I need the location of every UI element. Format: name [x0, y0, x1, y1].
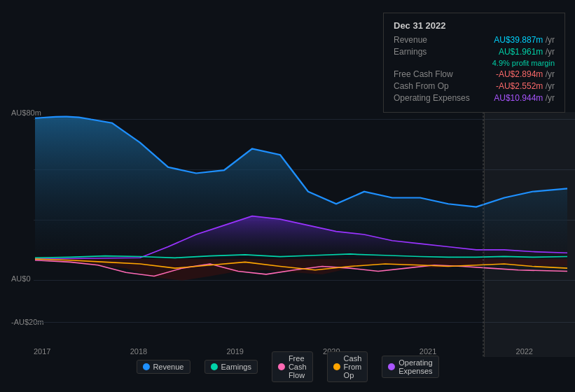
cfo-dot — [333, 363, 340, 370]
chart-legend: Revenue Earnings Free Cash Flow Cash Fro… — [136, 351, 438, 382]
fcf-value: -AU$2.894m /yr — [496, 69, 555, 79]
legend-opex-label: Operating Expenses — [399, 358, 432, 375]
revenue-label: Revenue — [394, 35, 427, 45]
cfo-label: Cash From Op — [394, 81, 449, 91]
tooltip-cfo-row: Cash From Op -AU$2.552m /yr — [394, 81, 555, 91]
tooltip-date: Dec 31 2022 — [394, 20, 555, 31]
tooltip-fcf-row: Free Cash Flow -AU$2.894m /yr — [394, 69, 555, 79]
profit-margin-row: 4.9% profit margin — [394, 59, 555, 67]
legend-cfo[interactable]: Cash From Op — [327, 351, 368, 382]
earnings-dot — [210, 363, 217, 370]
revenue-value: AU$39.887m /yr — [494, 35, 555, 45]
legend-fcf-label: Free Cash Flow — [289, 354, 307, 379]
cfo-value: -AU$2.552m /yr — [496, 81, 555, 91]
fcf-label: Free Cash Flow — [394, 69, 453, 79]
legend-fcf[interactable]: Free Cash Flow — [272, 351, 313, 382]
earnings-value: AU$1.961m /yr — [499, 47, 555, 57]
revenue-dot — [142, 363, 149, 370]
profit-margin: 4.9% profit margin — [492, 59, 555, 67]
legend-opex[interactable]: Operating Expenses — [382, 356, 438, 378]
legend-revenue-label: Revenue — [153, 363, 183, 371]
fcf-dot — [278, 363, 285, 370]
legend-revenue[interactable]: Revenue — [136, 360, 190, 374]
earnings-label: Earnings — [394, 47, 427, 57]
opex-value: AU$10.944m /yr — [494, 93, 555, 103]
legend-earnings-label: Earnings — [221, 363, 251, 371]
x-label-2022: 2022 — [516, 347, 533, 356]
legend-cfo-label: Cash From Op — [344, 354, 362, 379]
tooltip-revenue-row: Revenue AU$39.887m /yr — [394, 35, 555, 45]
opex-label: Operating Expenses — [394, 93, 470, 103]
x-label-2017: 2017 — [34, 347, 50, 356]
tooltip-earnings-row: Earnings AU$1.961m /yr — [394, 47, 555, 57]
legend-earnings[interactable]: Earnings — [204, 360, 257, 374]
tooltip-card: Dec 31 2022 Revenue AU$39.887m /yr Earni… — [383, 13, 565, 113]
tooltip-opex-row: Operating Expenses AU$10.944m /yr — [394, 93, 555, 103]
opex-dot — [388, 363, 395, 370]
chart-svg — [0, 112, 575, 357]
